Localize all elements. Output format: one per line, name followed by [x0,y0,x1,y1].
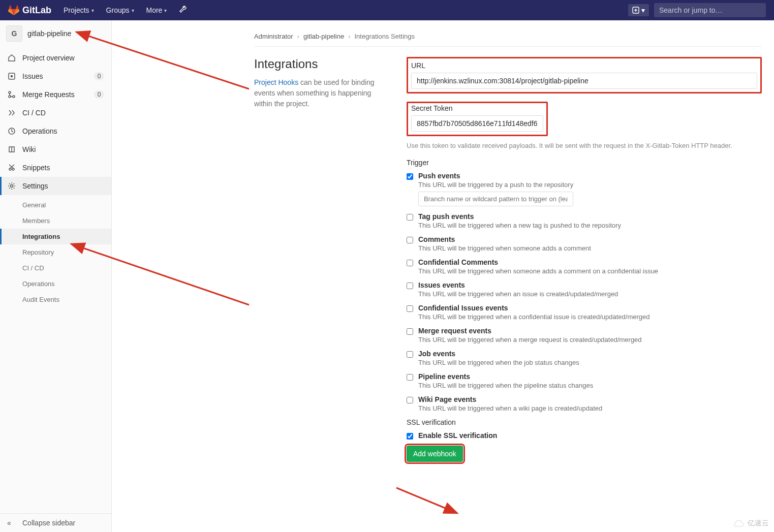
sidebar-item-snippets[interactable]: Snippets [0,159,111,177]
new-dropdown-button[interactable]: ▾ [628,4,649,16]
breadcrumb: Administrator › gitlab-pipeline › Integr… [254,26,762,47]
svg-point-2 [11,76,13,77]
gitlab-logo[interactable]: GitLab [8,5,51,16]
trigger-section-title: Trigger [407,159,762,167]
project-name: gitlab-pipeline [27,29,71,38]
nav-more[interactable]: More▾ [142,3,171,17]
project-avatar: G [6,25,22,42]
nav-groups[interactable]: Groups▾ [102,3,138,17]
settings-sub-audit-events[interactable]: Audit Events [0,292,111,307]
trigger-job-events: Job eventsThis URL will be triggered whe… [407,350,762,366]
trigger-checkbox[interactable] [407,305,413,312]
trigger-checkbox[interactable] [407,237,413,243]
secret-token-label: Secret Token [411,104,543,112]
trigger-checkbox[interactable] [407,283,413,289]
secret-token-input[interactable] [411,115,543,132]
chevron-down-icon: ▾ [164,8,167,13]
crumb-project[interactable]: gitlab-pipeline [303,33,344,40]
svg-point-7 [9,168,11,170]
chevron-down-icon: ▾ [91,8,94,13]
trigger-desc: This URL will be triggered when a confid… [418,313,650,321]
svg-point-5 [13,96,15,98]
trigger-push-events: Push eventsThis URL will be triggered by… [407,172,762,206]
page-title: Integrations [254,57,386,71]
trigger-checkbox[interactable] [407,260,413,266]
sidebar-item-issues[interactable]: Issues0 [0,67,111,85]
trigger-checkbox[interactable] [407,173,413,180]
trigger-desc: This URL will be triggered when someone … [418,267,658,275]
trigger-desc: This URL will be triggered by a push to … [418,181,573,189]
sidebar-item-settings[interactable]: Settings [0,177,111,195]
cicd-icon [7,109,16,117]
trigger-title: Push events [418,172,460,180]
url-label: URL [411,61,757,70]
topbar: GitLab Projects▾ Groups▾ More▾ ▾ [0,0,774,20]
trigger-desc: This URL will be triggered when a new ta… [418,222,621,229]
trigger-desc: This URL will be triggered when an issue… [418,290,618,298]
settings-sub-ci-cd[interactable]: CI / CD [0,260,111,276]
count-badge: 0 [94,72,104,80]
url-input[interactable] [411,73,757,89]
sidebar-project-header[interactable]: G gitlab-pipeline [0,20,111,47]
chevron-right-icon: › [348,33,350,40]
sidebar-item-merge-requests[interactable]: Merge Requests0 [0,85,111,104]
crumb-admin[interactable]: Administrator [254,33,293,40]
branch-filter-input[interactable] [418,192,573,206]
trigger-desc: This URL will be triggered when a wiki p… [418,404,602,412]
trigger-checkbox[interactable] [407,214,413,221]
sidebar-item-label: CI / CD [22,109,46,117]
nav-projects[interactable]: Projects▾ [59,3,98,17]
merge-icon [7,90,16,99]
trigger-title: Confidential Comments [418,258,498,266]
project-hooks-link[interactable]: Project Hooks [254,78,298,86]
trigger-wiki-page-events: Wiki Page eventsThis URL will be trigger… [407,395,762,412]
settings-sub-operations[interactable]: Operations [0,276,111,292]
plus-square-icon [632,7,639,14]
sidebar-item-ci-cd[interactable]: CI / CD [0,104,111,122]
trigger-desc: This URL will be triggered when the job … [418,359,579,366]
trigger-checkbox[interactable] [407,351,413,358]
global-search-input[interactable] [654,3,766,17]
issues-icon [7,72,16,80]
settings-sub-integrations[interactable]: Integrations [0,229,111,244]
trigger-comments: CommentsThis URL will be triggered when … [407,235,762,252]
trigger-checkbox[interactable] [407,374,413,381]
sidebar-item-project-overview[interactable]: Project overview [0,49,111,67]
webhook-form: URL Secret Token Use this token to valid… [407,57,762,462]
chevron-down-icon: ▾ [132,8,134,13]
ssl-section-title: SSL verification [407,418,762,426]
trigger-desc: This URL will be triggered when the pipe… [418,382,593,389]
trigger-desc: This URL will be triggered when a merge … [418,336,642,343]
admin-wrench-icon[interactable] [179,6,187,15]
settings-sub-general[interactable]: General [0,197,111,213]
trigger-merge-request-events: Merge request eventsThis URL will be tri… [407,327,762,343]
trigger-title: Confidential Issues events [418,304,508,312]
sidebar: G gitlab-pipeline Project overviewIssues… [0,20,112,482]
sidebar-item-label: Issues [22,72,43,80]
settings-sub-repository[interactable]: Repository [0,244,111,260]
svg-point-8 [12,168,14,170]
chevron-right-icon: › [297,33,299,40]
svg-point-3 [9,91,11,93]
trigger-issues-events: Issues eventsThis URL will be triggered … [407,281,762,298]
trigger-pipeline-events: Pipeline eventsThis URL will be triggere… [407,372,762,389]
snip-icon [7,164,16,172]
home-icon [7,54,16,62]
trigger-checkbox[interactable] [407,397,413,403]
sidebar-item-label: Wiki [22,145,36,153]
trigger-title: Comments [418,235,455,243]
chevron-down-icon: ▾ [641,6,645,14]
sidebar-item-label: Project overview [22,54,75,62]
add-webhook-button[interactable]: Add webhook [407,446,463,462]
page-description: Integrations Project Hooks can be used f… [254,57,386,109]
trigger-checkbox[interactable] [407,328,413,335]
sidebar-item-wiki[interactable]: Wiki [0,140,111,159]
token-highlight-box: Secret Token [407,102,548,136]
sidebar-item-label: Settings [22,182,48,190]
sidebar-item-label: Merge Requests [22,90,75,99]
settings-sub-members[interactable]: Members [0,213,111,229]
secret-token-help: Use this token to validate received payl… [407,141,762,150]
sidebar-item-operations[interactable]: Operations [0,122,111,140]
wiki-icon [7,145,16,153]
ssl-verification-checkbox[interactable] [407,433,413,440]
